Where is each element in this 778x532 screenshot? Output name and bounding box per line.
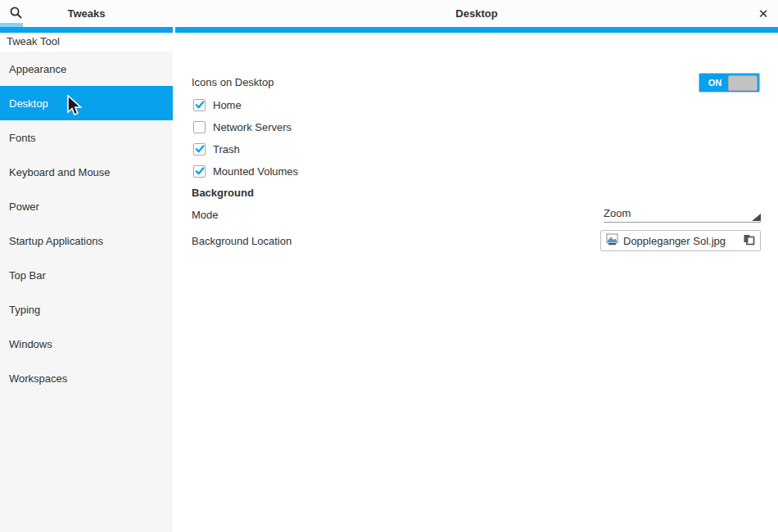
checkbox-home[interactable]: Home bbox=[193, 98, 242, 111]
checkbox-network-servers[interactable]: Network Servers bbox=[193, 120, 292, 133]
window-title-sidebar: Tweaks bbox=[0, 0, 173, 27]
switch-knob bbox=[728, 75, 758, 91]
mode-combobox[interactable]: Zoom bbox=[604, 205, 761, 223]
titlebar: Tweaks Desktop ✕ bbox=[0, 0, 778, 27]
checkbox-trash-box bbox=[193, 143, 206, 156]
sidebar-item-workspaces[interactable]: Workspaces bbox=[0, 361, 173, 395]
checkbox-mounted-volumes-box bbox=[193, 165, 206, 178]
sidebar-item-startup-applications[interactable]: Startup Applications bbox=[0, 223, 173, 258]
icons-on-desktop-label: Icons on Desktop bbox=[192, 76, 274, 88]
sidebar-list: Appearance Desktop Fonts Keyboard and Mo… bbox=[0, 52, 173, 532]
background-section-title: Background bbox=[192, 187, 254, 199]
checkbox-home-label: Home bbox=[213, 99, 242, 111]
page-title: Desktop bbox=[175, 0, 778, 27]
checkbox-trash-label: Trash bbox=[213, 143, 240, 156]
background-location-filename: Doppleganger Sol.jpg bbox=[623, 235, 743, 247]
sidebar-item-appearance[interactable]: Appearance bbox=[0, 52, 173, 86]
sidebar-item-windows[interactable]: Windows bbox=[0, 327, 173, 361]
checkbox-network-servers-label: Network Servers bbox=[213, 121, 292, 133]
sidebar-item-top-bar[interactable]: Top Bar bbox=[0, 258, 173, 292]
accent-strip-left bbox=[0, 27, 173, 33]
icons-on-desktop-switch[interactable]: ON bbox=[699, 73, 760, 92]
sidebar-item-keyboard-and-mouse[interactable]: Keyboard and Mouse bbox=[0, 155, 173, 189]
checkmark-icon bbox=[195, 144, 205, 154]
tweaks-window: { "header": { "left_title": "Tweaks", "r… bbox=[0, 0, 778, 532]
close-icon: ✕ bbox=[758, 7, 769, 21]
mode-combobox-value: Zoom bbox=[604, 207, 631, 219]
content-pane: Icons on Desktop ON Home Network Servers… bbox=[173, 33, 778, 532]
checkbox-mounted-volumes-label: Mounted Volumes bbox=[213, 165, 298, 178]
checkmark-icon bbox=[195, 100, 205, 110]
checkbox-trash[interactable]: Trash bbox=[193, 142, 240, 156]
copy-icon[interactable] bbox=[743, 233, 755, 249]
image-file-icon bbox=[606, 233, 618, 249]
checkbox-mounted-volumes[interactable]: Mounted Volumes bbox=[193, 165, 298, 178]
sidebar-title: Tweak Tool bbox=[0, 33, 173, 52]
switch-on-label: ON bbox=[699, 74, 731, 92]
sidebar-item-power[interactable]: Power bbox=[0, 189, 173, 223]
sidebar-item-fonts[interactable]: Fonts bbox=[0, 120, 173, 155]
sidebar: Tweak Tool Appearance Desktop Fonts Keyb… bbox=[0, 33, 173, 532]
sidebar-item-desktop[interactable]: Desktop bbox=[0, 86, 173, 120]
combo-arrow-icon bbox=[752, 214, 761, 221]
checkbox-network-servers-box bbox=[193, 121, 206, 133]
background-location-label: Background Location bbox=[192, 235, 292, 247]
background-location-filechooser[interactable]: Doppleganger Sol.jpg bbox=[600, 230, 761, 251]
accent-strip-right bbox=[175, 27, 778, 33]
mouse-cursor-icon bbox=[66, 95, 84, 118]
sidebar-item-typing[interactable]: Typing bbox=[0, 292, 173, 327]
checkbox-home-box bbox=[193, 99, 206, 111]
close-button[interactable]: ✕ bbox=[753, 3, 773, 25]
checkmark-icon bbox=[195, 166, 205, 176]
mode-label: Mode bbox=[192, 209, 219, 221]
